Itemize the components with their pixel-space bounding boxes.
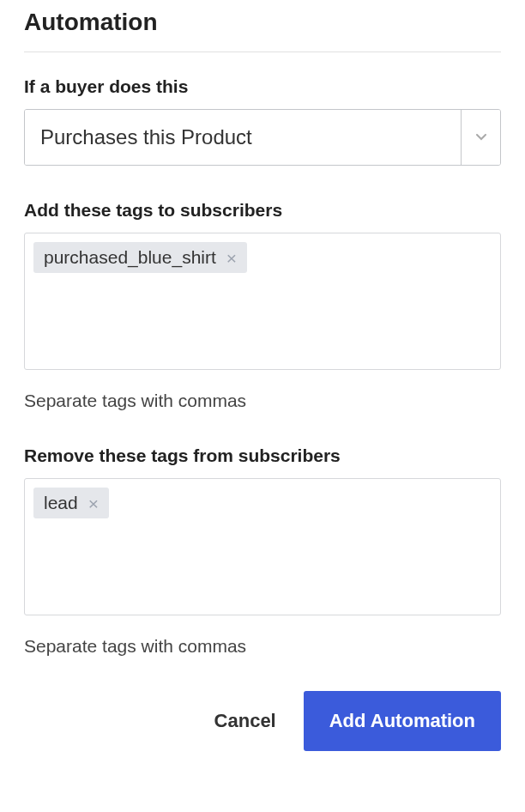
remove-tags-label: Remove these tags from subscribers	[24, 445, 501, 466]
section-title: Automation	[24, 9, 501, 52]
remove-tags-helper: Separate tags with commas	[24, 636, 501, 657]
add-tags-helper: Separate tags with commas	[24, 391, 501, 411]
tag-label: lead	[44, 493, 78, 513]
tag-chip: lead×	[33, 488, 109, 518]
trigger-select[interactable]: Purchases this Product	[24, 109, 501, 166]
tag-label: purchased_blue_shirt	[44, 247, 216, 268]
add-tags-label: Add these tags to subscribers	[24, 200, 501, 221]
chevron-down-icon	[476, 134, 486, 141]
close-icon[interactable]: ×	[88, 494, 99, 512]
cancel-button[interactable]: Cancel	[211, 694, 280, 748]
tag-chip: purchased_blue_shirt×	[33, 242, 247, 273]
add-tags-input[interactable]: purchased_blue_shirt×	[24, 233, 501, 370]
trigger-label: If a buyer does this	[24, 76, 501, 97]
trigger-select-value[interactable]: Purchases this Product	[25, 110, 461, 165]
close-icon[interactable]: ×	[226, 249, 237, 267]
remove-tags-input[interactable]: lead×	[24, 478, 501, 615]
add-automation-button[interactable]: Add Automation	[304, 691, 501, 751]
action-row: Cancel Add Automation	[24, 691, 501, 751]
trigger-select-caret[interactable]	[461, 110, 500, 165]
